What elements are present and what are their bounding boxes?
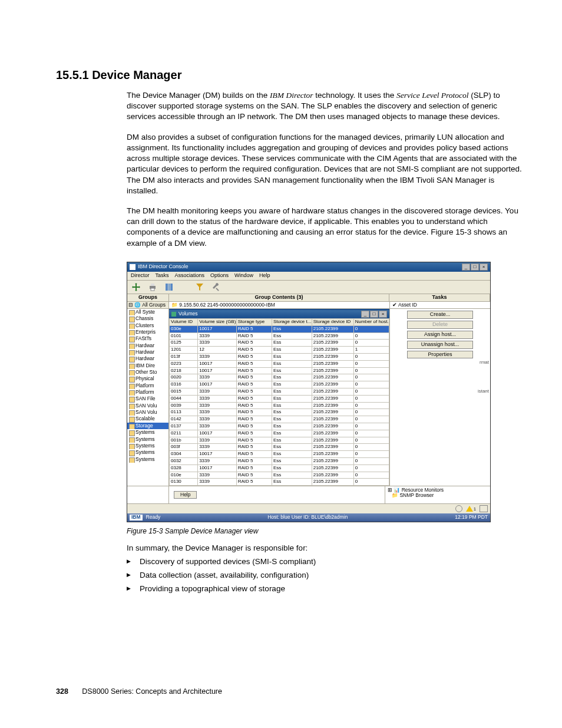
tree-item[interactable]: Platform: [127, 383, 168, 389]
tree-item[interactable]: Scalable: [127, 416, 168, 422]
printer-icon[interactable]: [148, 283, 157, 291]
table-row[interactable]: 01373339RAID 5Ess2105.223990: [170, 423, 389, 430]
close-button[interactable]: ×: [480, 263, 488, 271]
table-row[interactable]: 00323339RAID 5Ess2105.223990: [170, 457, 389, 465]
action-button[interactable]: Properties: [407, 351, 473, 359]
table-row[interactable]: 010e3339RAID 5Ess2105.223990: [170, 472, 389, 479]
snmp-browser-item[interactable]: 📁 SNMP Browser: [388, 493, 488, 498]
table-row[interactable]: 003f3339RAID 5Ess2105.223990: [170, 444, 389, 451]
table-row[interactable]: 00153339RAID 5Ess2105.223990: [170, 388, 389, 395]
status-ready: Ready: [146, 515, 161, 520]
toolbar: [127, 281, 490, 294]
tree-item[interactable]: SAN File: [127, 396, 168, 402]
tree-item[interactable]: SAN Volu: [127, 409, 168, 416]
table-row[interactable]: 030e10017RAID 5Ess2105.223990: [170, 325, 389, 332]
svg-rect-3: [166, 284, 168, 291]
tree-item[interactable]: Other Sto: [127, 369, 168, 375]
action-button[interactable]: Assign host...: [407, 331, 473, 339]
table-row[interactable]: 022310017RAID 5Ess2105.223990: [170, 360, 389, 367]
inner-window-titlebar[interactable]: Volumes _ □ ×: [169, 310, 389, 318]
groups-root[interactable]: ⊟ 🌐 All Groups: [127, 302, 168, 309]
tree-item[interactable]: FAStTs: [127, 335, 168, 342]
tree-item[interactable]: Platform: [127, 389, 168, 396]
column-header[interactable]: Storage device ID: [312, 318, 353, 325]
svg-rect-6: [216, 288, 219, 291]
status-host: Host: blue User ID: BLUE\db2admin: [160, 515, 455, 520]
status-time: 12:19 PM PDT: [455, 515, 488, 520]
content-breadcrumb[interactable]: 📁 9.155.50.62 2145-0000000000000000-IBM: [169, 302, 389, 309]
figure-screenshot: IBM Director Console _ □ × DirectorTasks…: [127, 262, 527, 522]
tree-item[interactable]: Systems: [127, 443, 168, 449]
truncated-text-2: istant: [390, 389, 490, 394]
table-row[interactable]: 030410017RAID 5Ess2105.223990: [170, 451, 389, 458]
tree-item[interactable]: IBM Dire: [127, 363, 168, 369]
status-circle-icon: [455, 505, 462, 512]
menu-tasks[interactable]: Tasks: [156, 273, 169, 279]
column-header[interactable]: Number of host...: [353, 318, 389, 325]
column-header[interactable]: Volume ID: [170, 318, 198, 325]
inner-minimize-button[interactable]: _: [361, 311, 369, 318]
table-row[interactable]: 120112RAID 5Ess2105.223991: [170, 347, 389, 354]
tree-item[interactable]: Hardwar: [127, 342, 168, 349]
column-header[interactable]: Storage type: [236, 318, 272, 325]
tree-item[interactable]: Enterpris: [127, 329, 168, 335]
menu-window[interactable]: Window: [234, 273, 253, 279]
paragraph-1: The Device Manager (DM) builds on the IB…: [127, 90, 527, 123]
filter-icon[interactable]: [196, 283, 204, 291]
move-icon[interactable]: [132, 283, 140, 291]
table-row[interactable]: 001b3339RAID 5Ess2105.223990: [170, 437, 389, 444]
column-header[interactable]: Storage device t...: [272, 318, 312, 325]
help-button[interactable]: Help: [174, 491, 197, 499]
inner-window-title: Volumes: [178, 311, 198, 317]
tasks-pane: ✔ Asset ID Create...DeleteAssign host...…: [390, 302, 490, 486]
tree-item[interactable]: Physical: [127, 375, 168, 382]
tree-item[interactable]: Systems: [127, 449, 168, 456]
window-titlebar[interactable]: IBM Director Console _ □ ×: [127, 262, 490, 272]
tree-item[interactable]: Storage: [127, 423, 168, 429]
col-groups-header: Groups: [127, 294, 169, 301]
minimize-button[interactable]: _: [462, 263, 470, 271]
table-row[interactable]: 013f3339RAID 5Ess2105.223990: [170, 353, 389, 360]
menu-associations[interactable]: Associations: [175, 273, 205, 279]
tree-item[interactable]: Hardwar: [127, 355, 168, 362]
tray-button[interactable]: [480, 505, 488, 512]
action-button[interactable]: Unassign host...: [407, 341, 473, 349]
tree-item[interactable]: Clusters: [127, 322, 168, 329]
tree-item[interactable]: SAN Volu: [127, 403, 168, 409]
table-row[interactable]: 021110017RAID 5Ess2105.223990: [170, 430, 389, 437]
table-row[interactable]: 01303339RAID 5Ess2105.223990: [170, 479, 389, 486]
table-row[interactable]: 01133339RAID 5Ess2105.223990: [170, 409, 389, 416]
table-row[interactable]: 021810017RAID 5Ess2105.223990: [170, 367, 389, 374]
menu-options[interactable]: Options: [210, 273, 229, 279]
table-row[interactable]: 032810017RAID 5Ess2105.223990: [170, 465, 389, 472]
tree-item[interactable]: Hardwar: [127, 349, 168, 355]
action-button: Delete: [407, 321, 473, 329]
page-number: 328: [56, 687, 68, 696]
menu-help[interactable]: Help: [259, 273, 270, 279]
table-row[interactable]: 01253339RAID 5Ess2105.223990: [170, 340, 389, 347]
action-button[interactable]: Create...: [407, 311, 473, 319]
inner-maximize-button[interactable]: □: [370, 311, 378, 318]
table-row[interactable]: 01013339RAID 5Ess2105.223990: [170, 332, 389, 340]
table-row[interactable]: 031610017RAID 5Ess2105.223990: [170, 381, 389, 388]
tools-icon[interactable]: [212, 283, 220, 291]
table-row[interactable]: 00203339RAID 5Ess2105.223990: [170, 374, 389, 381]
menu-director[interactable]: Director: [131, 273, 150, 279]
table-row[interactable]: 00443339RAID 5Ess2105.223990: [170, 395, 389, 402]
tree-item[interactable]: Systems: [127, 456, 168, 463]
tree-item[interactable]: All Syste: [127, 309, 168, 315]
table-row[interactable]: 01423339RAID 5Ess2105.223990: [170, 416, 389, 423]
warning-icon[interactable]: [466, 506, 473, 512]
tree-item[interactable]: Systems: [127, 436, 168, 443]
tree-item[interactable]: Chassis: [127, 315, 168, 322]
tree-item[interactable]: Systems: [127, 429, 168, 436]
svg-rect-2: [151, 288, 154, 291]
inner-close-button[interactable]: ×: [379, 311, 387, 318]
tasks-top-item[interactable]: ✔ Asset ID: [390, 302, 490, 309]
table-row[interactable]: 00393339RAID 5Ess2105.223990: [170, 402, 389, 409]
column-icon[interactable]: [165, 283, 173, 291]
volumes-table[interactable]: Volume IDVolume size (GB)Storage typeSto…: [169, 318, 389, 486]
groups-pane[interactable]: ⊟ 🌐 All Groups All SysteChassisClustersE…: [127, 302, 169, 486]
maximize-button[interactable]: □: [471, 263, 479, 271]
column-header[interactable]: Volume size (GB): [198, 318, 237, 325]
